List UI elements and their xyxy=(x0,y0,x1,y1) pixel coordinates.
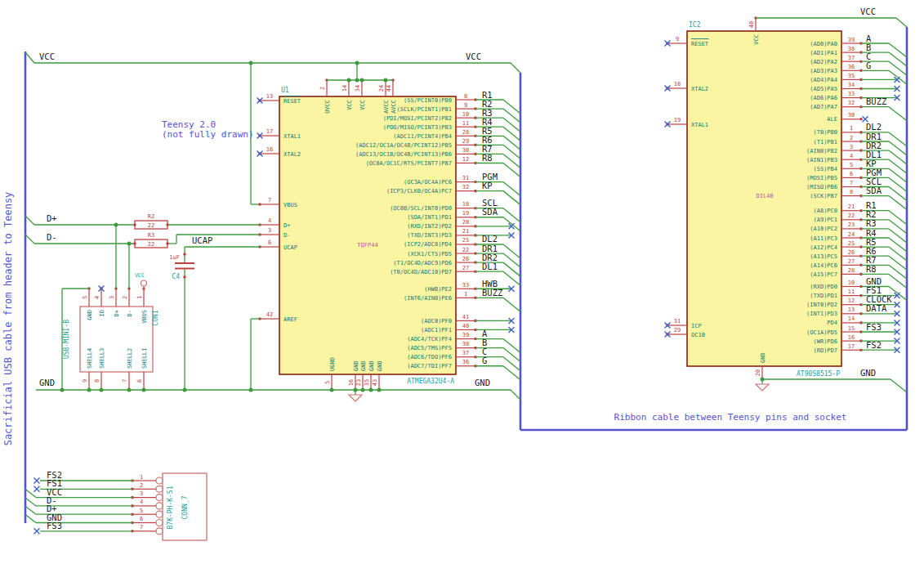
conn7-value: B7K-PH-K-S1 xyxy=(167,486,174,529)
pin-number: 19 xyxy=(674,117,681,123)
pin-number: 11 xyxy=(848,289,855,295)
net-label: R8 xyxy=(482,153,493,163)
r3-ref: R3 xyxy=(148,232,154,239)
net-label: G xyxy=(866,60,871,70)
pin-end-dot xyxy=(133,242,136,245)
pin-number: 12 xyxy=(462,156,469,163)
pin-name: (MISO)PB6 xyxy=(806,184,837,190)
pin-name: (AD1)PA1 xyxy=(810,50,837,56)
pin-number: 2 xyxy=(850,135,853,141)
junction-dot xyxy=(100,388,104,392)
junction-dot xyxy=(87,388,92,392)
pin-name: OC1B xyxy=(691,332,705,338)
note-teensy-line2: (not fully drawn) xyxy=(162,129,254,140)
pin-name: GND xyxy=(377,360,383,371)
pin-number: 16 xyxy=(348,379,355,386)
net-label: DL1 xyxy=(482,262,498,271)
pin-name: GND xyxy=(760,352,766,363)
pin-end-dot xyxy=(183,275,186,279)
ucap-net-label: UCAP xyxy=(192,235,212,245)
pin-name: SHELL2 xyxy=(127,348,133,369)
pin-number: 42 xyxy=(266,311,273,318)
pin-name: (AIN0)PB2 xyxy=(806,148,837,154)
pin-name: SHELL1 xyxy=(141,348,148,369)
junction-dot xyxy=(347,78,351,83)
pin-number: 20 xyxy=(462,219,469,226)
pin-number: 11 xyxy=(462,120,469,127)
pin-number: 4 xyxy=(140,499,143,505)
pin-name: VCC xyxy=(753,34,760,45)
junction-dot xyxy=(360,78,364,83)
net-label: G xyxy=(482,356,487,365)
pin-name: (RXD)PD0 xyxy=(810,284,837,290)
pin-end-dot xyxy=(166,242,169,245)
pin-number: 7 xyxy=(122,379,128,383)
pin-number: 8 xyxy=(850,189,853,195)
pin-number: 35 xyxy=(364,379,370,386)
pin-number: 15 xyxy=(848,325,855,332)
pin-number: 22 xyxy=(848,213,855,219)
pin-name: XTAL1 xyxy=(283,133,301,140)
pin-name: (A13)PC5 xyxy=(810,253,837,260)
pin-number: 40 xyxy=(462,323,469,329)
pin-number: 18 xyxy=(674,81,681,87)
pin-name: D- xyxy=(127,310,133,316)
pin-number: 3 xyxy=(268,227,271,234)
pin-number: 32 xyxy=(848,100,855,106)
u1-ref: U1 xyxy=(281,87,289,94)
pin-name: (TXD)PD1 xyxy=(810,293,837,299)
net-label: SDA xyxy=(866,186,882,195)
pin-name: D+ xyxy=(283,222,290,229)
pin-name: AREF xyxy=(283,316,297,323)
pin-number: 23 xyxy=(355,379,362,386)
pin-number: 37 xyxy=(848,55,855,61)
pin-name: (AD7)PA7 xyxy=(810,104,837,110)
pin-number: 17 xyxy=(848,343,855,350)
pin-name: GND xyxy=(360,360,367,371)
pin-name: VCC xyxy=(346,100,353,110)
pin-name: (INT1)PD3 xyxy=(806,311,837,317)
pin-name: (ICP2/ADC8)PD4 xyxy=(404,241,452,248)
pin-number: 30 xyxy=(462,147,469,154)
junction-dot xyxy=(142,388,146,392)
pin-name: AVCC xyxy=(383,100,390,114)
pin-name: (SS)PB4 xyxy=(813,166,837,172)
pin-name: (T0)PB0 xyxy=(813,129,837,136)
pin-number: 17 xyxy=(266,128,273,135)
pin-name: (OC3A/OC4A)PC6 xyxy=(404,179,452,186)
pin-number: 18 xyxy=(462,201,469,208)
junction-dot xyxy=(355,78,359,83)
bus-entry xyxy=(25,498,36,506)
pin-name: (T1/OC4D/ADC9)PD6 xyxy=(393,260,452,266)
pin-name: PD4 xyxy=(827,320,837,326)
pin-name: D+ xyxy=(114,310,120,316)
bus-entry xyxy=(25,490,36,498)
pin-number: 26 xyxy=(462,256,469,262)
pin-name: (A15)PC7 xyxy=(810,271,837,278)
pin-number: 6 xyxy=(140,516,143,522)
pin-name: (A12)PC4 xyxy=(810,244,837,251)
pin-number: 29 xyxy=(462,138,469,145)
pin-name: (AIN1)PB3 xyxy=(806,157,837,163)
pin-name: ID xyxy=(99,310,105,316)
pin-name: (AD5)PA5 xyxy=(810,86,837,92)
pin-name: GND xyxy=(87,310,93,320)
pin-number: 10 xyxy=(848,280,855,286)
pin-name: (ADC6/TDO)PF6 xyxy=(407,354,452,360)
gnd-symbol xyxy=(349,395,362,401)
conn7-pin-circle xyxy=(156,486,163,492)
pin-number: 25 xyxy=(848,240,855,247)
pin-number: 3 xyxy=(109,296,115,299)
pin-number: 24 xyxy=(848,231,855,238)
u1-footprint: TQFP44 xyxy=(357,242,377,248)
pin-number: 36 xyxy=(848,64,855,70)
pin-number: 4 xyxy=(850,153,853,159)
conn7-pin-circle xyxy=(156,520,163,526)
pin-number: 9 xyxy=(676,36,679,43)
pin-number: 12 xyxy=(848,298,855,304)
net-label: DATA xyxy=(866,303,887,313)
pin-number: 33 xyxy=(462,282,469,289)
pin-name: (AD6)PA6 xyxy=(810,95,837,101)
pin-name: (SS/PCINT0)PB0 xyxy=(404,97,452,104)
pin-number: 28 xyxy=(848,267,855,274)
